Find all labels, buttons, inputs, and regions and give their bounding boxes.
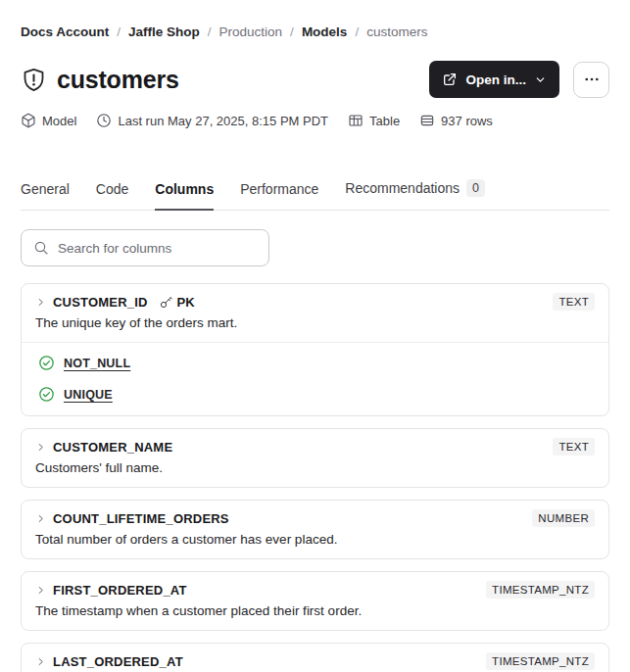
column-name: COUNT_LIFETIME_ORDERS <box>53 511 229 526</box>
key-icon <box>159 295 173 310</box>
primary-key-group: PK <box>159 295 195 310</box>
column-description: Customers' full name. <box>35 460 595 476</box>
search-box <box>21 229 269 266</box>
meta-item: Model <box>21 113 76 128</box>
breadcrumb-item[interactable]: Docs Account <box>21 24 109 39</box>
tab-columns[interactable]: Columns <box>155 181 214 211</box>
column-name: CUSTOMER_ID <box>53 295 148 310</box>
open-in-button[interactable]: Open in... <box>429 61 559 98</box>
breadcrumb-item[interactable]: Production <box>219 24 283 39</box>
meta-item: Last run May 27, 2025, 8:15 PM PDT <box>96 113 328 128</box>
column-card: CUSTOMER_ID PK TEXT The unique key of th… <box>21 283 609 416</box>
expand-chevron-icon[interactable] <box>35 297 46 308</box>
column-card: COUNT_LIFETIME_ORDERS NUMBER Total numbe… <box>21 500 609 559</box>
column-card: FIRST_ORDERED_AT TIMESTAMP_NTZ The times… <box>21 571 609 631</box>
column-type-badge: TEXT <box>553 293 595 311</box>
column-type-badge: TEXT <box>553 438 595 456</box>
tab-general[interactable]: General <box>21 181 70 211</box>
test-row: UNIQUE <box>38 386 595 403</box>
columns-list: CUSTOMER_ID PK TEXT The unique key of th… <box>21 283 609 672</box>
breadcrumb: Docs Account/Jaffle Shop/Production/Mode… <box>21 24 609 39</box>
breadcrumb-item[interactable]: customers <box>366 24 427 39</box>
column-card: CUSTOMER_NAME TEXT Customers' full name. <box>21 428 609 488</box>
column-card-header: CUSTOMER_ID PK TEXT The unique key of th… <box>22 284 608 342</box>
column-description: The unique key of the orders mart. <box>35 315 595 331</box>
column-name: LAST_ORDERED_AT <box>53 654 183 669</box>
search-icon <box>33 240 49 256</box>
tests-section: NOT_NULL UNIQUE <box>22 342 608 415</box>
breadcrumb-separator: / <box>355 24 359 39</box>
column-description: The timestamp when a customer placed the… <box>35 603 595 619</box>
more-options-button[interactable] <box>573 62 609 98</box>
meta-row: Model Last run May 27, 2025, 8:15 PM PDT… <box>21 113 609 128</box>
primary-key-label: PK <box>177 295 195 310</box>
expand-chevron-icon[interactable] <box>35 656 46 667</box>
breadcrumb-separator: / <box>208 24 212 39</box>
meta-label: Table <box>369 114 400 128</box>
tab-count-badge: 0 <box>466 179 485 197</box>
breadcrumb-separator: / <box>117 24 121 39</box>
tab-code[interactable]: Code <box>96 181 128 211</box>
shield-exclamation-icon <box>21 67 47 93</box>
meta-item: Table <box>348 113 400 128</box>
column-description: Total number of orders a customer has ev… <box>35 532 595 548</box>
test-link[interactable]: NOT_NULL <box>64 357 130 370</box>
column-name: FIRST_ORDERED_AT <box>53 583 187 598</box>
column-card-header: COUNT_LIFETIME_ORDERS NUMBER Total numbe… <box>22 501 608 558</box>
test-link[interactable]: UNIQUE <box>64 388 113 402</box>
model-detail-page: Docs Account/Jaffle Shop/Production/Mode… <box>0 0 630 672</box>
search-input[interactable] <box>58 241 257 256</box>
tab-performance[interactable]: Performance <box>240 181 318 211</box>
page-header: customers Open in... <box>21 58 609 101</box>
clock-icon <box>96 113 112 128</box>
chevron-down-icon <box>534 73 547 86</box>
meta-label: Model <box>42 114 76 128</box>
column-card-header: CUSTOMER_NAME TEXT Customers' full name. <box>22 429 608 487</box>
header-actions: Open in... <box>429 61 609 98</box>
breadcrumb-separator: / <box>290 24 294 39</box>
column-card-header: FIRST_ORDERED_AT TIMESTAMP_NTZ The times… <box>22 572 608 630</box>
tab-recommendations[interactable]: Recommendations 0 <box>345 179 485 211</box>
expand-chevron-icon[interactable] <box>35 442 46 453</box>
test-row: NOT_NULL <box>38 355 595 371</box>
meta-item: 937 rows <box>419 113 493 128</box>
page-title: customers <box>57 66 179 94</box>
meta-label: 937 rows <box>441 114 493 128</box>
column-name: CUSTOMER_NAME <box>53 440 172 455</box>
meta-label: Last run May 27, 2025, 8:15 PM PDT <box>118 114 328 128</box>
column-card-header: LAST_ORDERED_AT TIMESTAMP_NTZ The timest… <box>22 644 608 672</box>
expand-chevron-icon[interactable] <box>35 585 46 596</box>
column-type-badge: TIMESTAMP_NTZ <box>486 652 595 670</box>
external-link-icon <box>442 72 458 87</box>
column-type-badge: TIMESTAMP_NTZ <box>486 581 595 599</box>
check-circle-icon <box>38 386 55 403</box>
table-icon <box>348 113 363 128</box>
column-type-badge: NUMBER <box>532 509 595 527</box>
column-card: LAST_ORDERED_AT TIMESTAMP_NTZ The timest… <box>21 643 609 672</box>
title-group: customers <box>21 66 179 94</box>
open-in-label: Open in... <box>465 72 526 87</box>
cube-icon <box>21 113 36 128</box>
expand-chevron-icon[interactable] <box>35 513 46 524</box>
breadcrumb-item[interactable]: Models <box>302 24 348 39</box>
breadcrumb-item[interactable]: Jaffle Shop <box>128 24 200 39</box>
tab-bar: General Code Columns Performance Recomme… <box>21 179 609 211</box>
rows-stack-icon <box>419 113 435 128</box>
check-circle-icon <box>38 355 55 371</box>
ellipsis-icon <box>583 71 601 88</box>
